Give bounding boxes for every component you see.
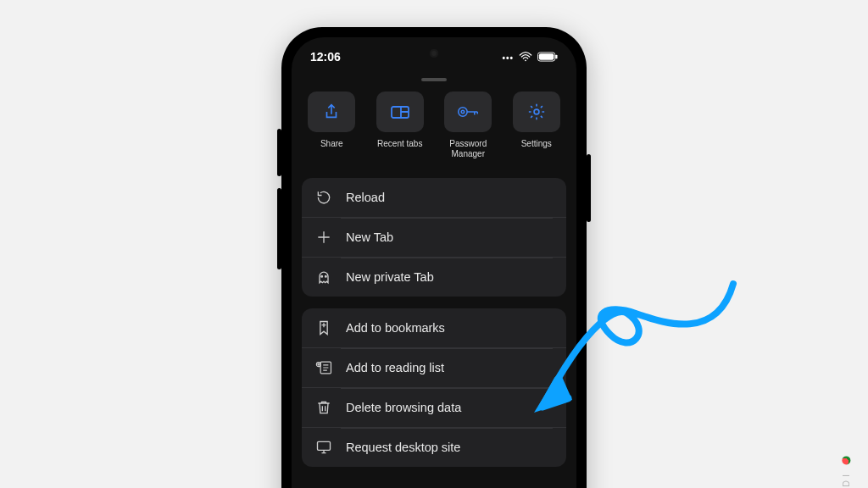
menu-item-label: Delete browsing data: [346, 401, 461, 414]
svg-point-5: [459, 108, 467, 116]
trash-icon: [315, 399, 332, 416]
menu-item-new-tab[interactable]: New Tab: [302, 217, 566, 257]
menu-item-label: Reload: [346, 191, 385, 204]
quick-action-settings[interactable]: Settings: [507, 92, 567, 159]
screen: 12:06 Share Recent: [292, 37, 576, 488]
menu-item-label: Add to reading list: [346, 361, 444, 374]
ghost-icon: [315, 269, 332, 286]
svg-point-8: [321, 275, 323, 277]
quick-action-label: Recent tabs: [377, 139, 422, 148]
bookmark-add-icon: [315, 319, 332, 336]
svg-point-7: [534, 109, 539, 114]
svg-point-9: [326, 275, 327, 277]
signal-dots-icon: [502, 50, 514, 64]
menu-item-label: New private Tab: [346, 270, 434, 284]
battery-icon: [537, 52, 558, 62]
share-icon: [322, 103, 341, 121]
svg-rect-2: [539, 53, 554, 59]
brand-logo-icon: [842, 456, 850, 464]
menu-item-label: Request desktop site: [346, 441, 460, 454]
brand-label: VIVALDI: [841, 471, 851, 488]
menu-item-label: Add to bookmarks: [346, 321, 445, 335]
quick-action-label: Password Manager: [449, 139, 487, 158]
reading-list-add-icon: [315, 359, 332, 376]
monitor-icon: [315, 439, 332, 456]
menu-item-add-to-bookmarks[interactable]: Add to bookmarks: [302, 308, 566, 347]
reload-icon: [315, 189, 332, 206]
quick-action-password-manager[interactable]: Password Manager: [438, 92, 498, 159]
wifi-icon: [519, 52, 532, 62]
password-manager-icon: [457, 104, 479, 119]
quick-action-share[interactable]: Share: [302, 92, 362, 159]
svg-point-6: [461, 110, 464, 113]
svg-rect-12: [318, 441, 331, 450]
menu-group-2: Add to bookmarks Add to reading list Del…: [302, 308, 566, 467]
menu-sheet: Share Recent tabs Password Manager Setti…: [292, 92, 576, 467]
menu-item-add-to-reading-list[interactable]: Add to reading list: [302, 347, 566, 387]
front-camera: [430, 49, 438, 58]
quick-actions-row: Share Recent tabs Password Manager Setti…: [302, 92, 566, 159]
brand-watermark: VIVALDI: [841, 456, 851, 488]
drag-handle[interactable]: [421, 78, 447, 81]
settings-icon: [527, 103, 546, 121]
menu-item-reload[interactable]: Reload: [302, 178, 566, 217]
svg-rect-3: [555, 55, 557, 59]
status-time: 12:06: [310, 50, 341, 64]
phone-mockup: 12:06 Share Recent: [281, 27, 587, 488]
quick-action-label: Settings: [521, 139, 552, 148]
quick-action-label: Share: [320, 139, 343, 148]
menu-item-request-desktop-site[interactable]: Request desktop site: [302, 427, 566, 467]
svg-point-0: [525, 59, 526, 61]
quick-action-recent-tabs[interactable]: Recent tabs: [370, 92, 431, 159]
menu-item-label: New Tab: [346, 230, 393, 244]
plus-icon: [315, 229, 332, 246]
recent-tabs-icon: [390, 103, 410, 120]
menu-group-1: Reload New Tab New private Tab: [302, 178, 566, 297]
menu-item-new-private-tab[interactable]: New private Tab: [302, 257, 566, 297]
menu-item-delete-browsing-data[interactable]: Delete browsing data: [302, 387, 566, 427]
